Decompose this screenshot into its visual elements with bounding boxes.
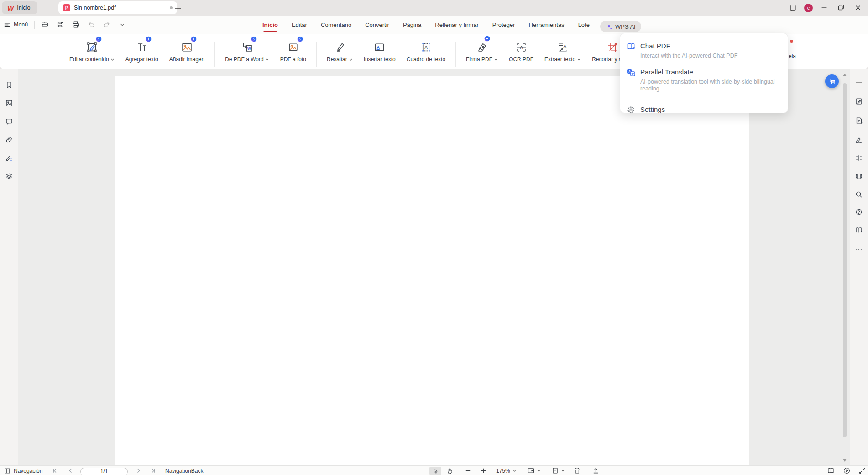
- insert-text-button[interactable]: A Insertar texto: [358, 34, 401, 69]
- ai-menu-item-settings[interactable]: Settings: [620, 103, 788, 117]
- home-tab[interactable]: W Inicio: [2, 1, 37, 14]
- text-box-icon: A: [420, 39, 432, 55]
- help-button[interactable]: [852, 206, 865, 218]
- svg-text:A: A: [563, 44, 567, 49]
- signature-pen-icon: [5, 154, 13, 162]
- quick-pdf-to-word-button[interactable]: W: [825, 74, 839, 88]
- tab-proteger[interactable]: Proteger: [486, 16, 522, 34]
- previous-page-button[interactable]: [67, 466, 74, 475]
- divider: [316, 42, 317, 67]
- edit-content-icon: [86, 39, 98, 55]
- main-menu-button[interactable]: Menú: [4, 21, 30, 28]
- export-page-button[interactable]: [852, 114, 865, 127]
- add-text-button[interactable]: Agregar texto: [120, 34, 164, 69]
- ai-badge-icon: [251, 36, 257, 42]
- restore-button[interactable]: [836, 2, 847, 13]
- fit-page-dropdown[interactable]: [527, 466, 541, 475]
- highlight-button[interactable]: Resaltar: [321, 34, 358, 69]
- ocr-pdf-button[interactable]: A OCR PDF: [503, 34, 539, 69]
- close-button[interactable]: [852, 2, 863, 13]
- more-tools-button[interactable]: [852, 243, 865, 256]
- tab-editar[interactable]: Editar: [285, 16, 314, 34]
- tab-rellenar-y-firmar[interactable]: Rellenar y firmar: [428, 16, 485, 34]
- attachments-panel-button[interactable]: [3, 133, 16, 146]
- last-page-button[interactable]: [150, 466, 157, 475]
- print-icon[interactable]: [70, 19, 81, 30]
- collapse-panel-button[interactable]: [852, 76, 865, 89]
- save-icon[interactable]: [55, 19, 66, 30]
- thumbnails-panel-button[interactable]: [3, 97, 16, 110]
- next-page-button[interactable]: [135, 466, 142, 475]
- extract-text-button[interactable]: A Extraer texto: [539, 34, 586, 69]
- rotate-page-button[interactable]: [573, 466, 581, 475]
- annotate-button[interactable]: [852, 95, 865, 108]
- divider: [455, 42, 456, 67]
- navigation-toggle[interactable]: Navegación: [4, 466, 42, 475]
- tab-lote[interactable]: Lote: [571, 16, 596, 34]
- layers-panel-button[interactable]: [3, 170, 16, 183]
- add-image-button[interactable]: Añadir imagen: [164, 34, 210, 69]
- tab-inicio[interactable]: Inicio: [256, 16, 285, 34]
- new-tab-button[interactable]: [174, 4, 182, 12]
- ai-menu-item-chat-pdf[interactable]: Chat PDF Interact with the AI-powered Ch…: [620, 40, 788, 62]
- text-box-label: Cuadro de texto: [407, 56, 445, 63]
- tab-convertir[interactable]: Convertir: [358, 16, 396, 34]
- bookmarks-panel-button[interactable]: [3, 79, 16, 91]
- chat-pdf-side-button[interactable]: [852, 224, 865, 237]
- chat-pdf-subtitle: Interact with the AI-powered Chat PDF: [640, 53, 777, 59]
- rotate-icon: [573, 467, 581, 475]
- quick-access-chevron-icon[interactable]: [117, 19, 128, 30]
- select-tool-button[interactable]: [429, 466, 441, 475]
- tab-wps-ai[interactable]: WPS AI: [600, 21, 641, 32]
- hand-icon: [446, 467, 454, 475]
- more-dots-icon: [855, 245, 863, 253]
- hand-tool-button[interactable]: [446, 466, 454, 475]
- read-mode-button[interactable]: [852, 170, 865, 183]
- pdf-signature-button[interactable]: Firma PDF: [460, 34, 503, 69]
- svg-text:A: A: [377, 45, 380, 49]
- tab-pagina[interactable]: Página: [396, 16, 428, 34]
- zoom-in-button[interactable]: [480, 466, 487, 475]
- svg-text:A: A: [520, 44, 523, 50]
- zoom-out-button[interactable]: [465, 466, 471, 475]
- scroll-down-icon[interactable]: [842, 459, 847, 463]
- undo-icon[interactable]: [86, 19, 97, 30]
- tab-herramientas[interactable]: Herramientas: [522, 16, 571, 34]
- open-file-icon[interactable]: [39, 19, 50, 30]
- scrollbar-thumb[interactable]: [843, 83, 847, 437]
- read-mode-status-button[interactable]: [827, 466, 835, 475]
- redo-icon[interactable]: [101, 19, 112, 30]
- page-view-dropdown[interactable]: [551, 466, 565, 475]
- tab-comentario[interactable]: Comentario: [314, 16, 358, 34]
- svg-text:W: W: [247, 46, 251, 50]
- page-number-input[interactable]: 1/1: [80, 468, 128, 475]
- chat-pdf-title: Chat PDF: [640, 42, 777, 51]
- document-export-icon: [855, 116, 863, 125]
- presentation-button[interactable]: [843, 466, 851, 475]
- chevron-down-icon: [512, 469, 517, 473]
- compose-icon: [855, 97, 863, 106]
- minimize-button[interactable]: [819, 2, 830, 13]
- pdf-to-photo-label: PDF a foto: [280, 56, 306, 63]
- first-page-button[interactable]: [52, 466, 58, 475]
- zoom-level-dropdown[interactable]: 175%: [496, 466, 517, 475]
- ai-menu-item-parallel-translate[interactable]: A Parallel Translate AI-powered translat…: [620, 66, 788, 95]
- text-box-button[interactable]: A Cuadro de texto: [401, 34, 451, 69]
- pdf-to-word-button[interactable]: W De PDF a Word: [220, 34, 274, 69]
- upload-share-button[interactable]: [592, 466, 600, 475]
- fullscreen-button[interactable]: [858, 466, 866, 475]
- account-avatar[interactable]: c: [804, 4, 813, 12]
- split-view-button[interactable]: [852, 152, 865, 164]
- window-tab-bar: W Inicio P Sin nombre1.pdf c: [0, 0, 868, 16]
- edit-content-button[interactable]: Editar contenido: [64, 34, 120, 69]
- sign-button[interactable]: [852, 133, 865, 146]
- search-button[interactable]: [852, 188, 865, 201]
- ribbon-tabs: Inicio Editar Comentario Convertir Págin…: [256, 16, 641, 34]
- document-tab[interactable]: P Sin nombre1.pdf: [58, 1, 177, 14]
- pdf-page[interactable]: [115, 76, 749, 465]
- tab-list-icon[interactable]: [787, 2, 798, 13]
- pdf-to-photo-button[interactable]: PDF a foto: [275, 34, 312, 69]
- signatures-panel-button[interactable]: [3, 152, 16, 164]
- vertical-scrollbar[interactable]: [842, 71, 847, 464]
- comments-panel-button[interactable]: [3, 115, 16, 128]
